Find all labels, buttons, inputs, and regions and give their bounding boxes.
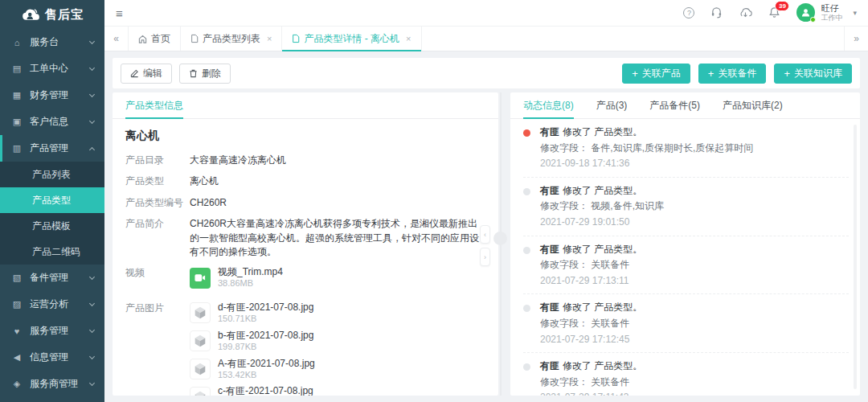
- activity-timestamp: 2021-09-18 17:41:36: [540, 158, 753, 170]
- tab-spare-parts[interactable]: 产品备件(5): [649, 92, 700, 118]
- link-spare-parts-button[interactable]: + 关联备件: [698, 64, 767, 84]
- file-size: 199.87KB: [218, 342, 313, 353]
- link-product-label: 关联产品: [642, 67, 681, 80]
- user-status: 工作中: [821, 14, 842, 23]
- sidebar-item-product-list[interactable]: 产品列表: [0, 162, 104, 187]
- tab-activity-feed[interactable]: 动态信息(8): [523, 92, 574, 118]
- file-name: c-有匪-2021-07-08.jpg: [218, 385, 313, 396]
- tab-product-type-info[interactable]: 产品类型信息: [125, 92, 183, 118]
- product-management-icon: ▥: [11, 143, 23, 154]
- tabs-scroll-right-icon[interactable]: »: [844, 27, 868, 51]
- activity-action: 修改了 产品类型。: [563, 126, 642, 137]
- video-file-item[interactable]: 视频_Trim.mp4 38.86MB: [190, 266, 485, 289]
- delete-button-label: 删除: [202, 67, 221, 80]
- tab-knowledge-base[interactable]: 产品知识库(2): [723, 92, 783, 118]
- chevron-down-icon: [89, 327, 95, 333]
- customer-service-icon[interactable]: [710, 6, 723, 18]
- activity-entry: 有匪修改了 产品类型。 修改字段： 关联备件 2021-07-29 17:13:…: [523, 236, 849, 295]
- sidebar: 售后宝 ⌂ 服务台 ▤ 工单中心 ▦ 财务管理 ▣ 客户信息 ▥ 产品管理: [0, 0, 104, 402]
- field-product-type-code: 产品类型编号 CH260R: [125, 196, 485, 210]
- app-logo[interactable]: 售后宝: [0, 0, 104, 29]
- field-value: CH260R大容量高速冷冻离心机获得多项专利技术，是湘仪最新推出的一款智能型高校…: [190, 217, 485, 259]
- field-product-intro: 产品简介 CH260R大容量高速冷冻离心机获得多项专利技术，是湘仪最新推出的一款…: [125, 217, 485, 259]
- service-desk-icon: ⌂: [11, 38, 23, 47]
- sidebar-item-message-management[interactable]: ◀ 信息管理: [0, 344, 104, 371]
- field-product-type: 产品类型 离心机: [125, 174, 485, 188]
- trash-icon: [189, 69, 198, 78]
- timeline-dot-icon: [523, 129, 530, 137]
- chevron-down-icon: ▾: [853, 9, 857, 17]
- sidebar-item-label: 服务台: [30, 35, 83, 49]
- sidebar-item-service-desk[interactable]: ⌂ 服务台: [0, 29, 104, 55]
- collapse-right-button[interactable]: ›: [480, 248, 490, 266]
- collapse-left-button[interactable]: ‹: [480, 225, 490, 244]
- tab-product-type-list[interactable]: 产品类型列表 ×: [181, 27, 282, 51]
- sidebar-item-product-template[interactable]: 产品模板: [0, 213, 104, 239]
- activity-user: 有匪: [540, 360, 559, 371]
- tab-product-type-detail[interactable]: 产品类型详情 - 离心机 ×: [282, 27, 421, 51]
- tab-home[interactable]: 首页: [129, 27, 181, 51]
- delete-button[interactable]: 删除: [179, 64, 231, 84]
- field-value: CH260R: [190, 196, 227, 210]
- timeline-dot-icon: [523, 188, 530, 195]
- edit-button[interactable]: 编辑: [121, 64, 172, 84]
- feed-scrollbar[interactable]: [854, 125, 857, 389]
- link-knowledge-base-button[interactable]: + 关联知识库: [774, 64, 852, 84]
- tab-products[interactable]: 产品(3): [596, 92, 628, 118]
- edit-pencil-icon: [130, 69, 139, 78]
- image-file-item[interactable]: b-有匪-2021-07-08.jpg 199.87KB: [190, 330, 485, 353]
- sidebar-item-service-management[interactable]: ♥ 服务管理: [0, 318, 104, 344]
- activity-user: 有匪: [540, 126, 559, 137]
- sidebar-item-product-type[interactable]: 产品类型: [0, 187, 104, 213]
- activity-user: 有匪: [540, 244, 559, 255]
- activity-entry: 有匪修改了 产品类型。 修改字段： 关联备件 2021-07-29 17:12:…: [523, 294, 849, 353]
- image-file-item[interactable]: d-有匪-2021-07-08.jpg 150.71KB: [190, 302, 485, 325]
- field-label: 产品类型编号: [125, 196, 190, 210]
- activity-entry-text: 有匪修改了 产品类型。: [540, 360, 642, 373]
- collapse-menu-icon[interactable]: ≡: [116, 6, 123, 20]
- sidebar-item-analytics[interactable]: ▨ 运营分析: [0, 291, 104, 318]
- panel-collapse-controls: ‹ ›: [480, 225, 490, 266]
- file-size: 150.71KB: [218, 314, 313, 325]
- sidebar-item-product-management[interactable]: ▥ 产品管理: [0, 135, 104, 162]
- chevron-down-icon: [89, 92, 95, 97]
- tabs-scroll-left-icon[interactable]: «: [104, 27, 129, 51]
- tab-label: 首页: [151, 32, 170, 46]
- sidebar-item-provider-management[interactable]: ◈ 服务商管理: [0, 371, 104, 397]
- close-tab-icon[interactable]: ×: [406, 34, 411, 43]
- field-value: 大容量高速冷冻离心机: [190, 154, 286, 167]
- image-file-item[interactable]: c-有匪-2021-07-08.jpg 179.14KB: [190, 385, 485, 396]
- sidebar-item-label: 服务管理: [30, 324, 83, 338]
- analytics-icon: ▨: [11, 299, 23, 310]
- close-tab-icon[interactable]: ×: [267, 34, 272, 43]
- file-name: b-有匪-2021-07-08.jpg: [218, 330, 313, 342]
- link-product-button[interactable]: + 关联产品: [622, 64, 690, 84]
- page-tabbar: « 首页 产品类型列表 × 产品类型详情 - 离心机 × »: [104, 27, 868, 51]
- activity-user: 有匪: [540, 302, 559, 313]
- finance-icon: ▦: [11, 90, 23, 100]
- help-icon[interactable]: ?: [683, 7, 694, 18]
- activity-action: 修改了 产品类型。: [563, 302, 642, 313]
- cloud-download-icon[interactable]: [739, 7, 752, 18]
- sidebar-item-customer-info[interactable]: ▣ 客户信息: [0, 109, 104, 135]
- product-type-info-panel: 产品类型信息 离心机 产品目录 大容量高速冷冻离心机 产品类型 离心机 产品类型…: [113, 92, 498, 396]
- notification-bell-icon[interactable]: 39: [768, 6, 780, 18]
- user-menu[interactable]: 旺仔 工作中 ▾: [796, 3, 857, 23]
- tab-label: 产品类型列表: [203, 32, 260, 46]
- top-header: ≡ ? 39: [104, 0, 868, 27]
- splitter-drag-handle[interactable]: [493, 232, 507, 245]
- field-label: 视频: [125, 266, 190, 294]
- field-value: 离心机: [190, 174, 219, 188]
- work-order-icon: ▤: [11, 64, 23, 74]
- activity-timestamp: 2021-07-29 17:11:43: [540, 392, 642, 396]
- sidebar-item-spare-parts[interactable]: ▧ 备件管理: [0, 265, 104, 291]
- activity-feed: 有匪修改了 产品类型。 修改字段： 备件,知识库,质保期时长,质保起算时间 20…: [510, 119, 860, 396]
- online-status-dot: [810, 17, 816, 23]
- sidebar-item-work-order[interactable]: ▤ 工单中心: [0, 55, 104, 82]
- sidebar-item-finance[interactable]: ▦ 财务管理: [0, 82, 104, 109]
- activity-entry-text: 有匪修改了 产品类型。: [540, 126, 753, 139]
- field-product-images: 产品图片 d-有匪-2021-07-08.jpg: [125, 302, 485, 396]
- image-file-item[interactable]: A-有匪-2021-07-08.jpg 153.42KB: [190, 358, 485, 381]
- sidebar-item-product-qrcode[interactable]: 产品二维码: [0, 239, 104, 265]
- image-thumbnail-icon: [190, 330, 211, 351]
